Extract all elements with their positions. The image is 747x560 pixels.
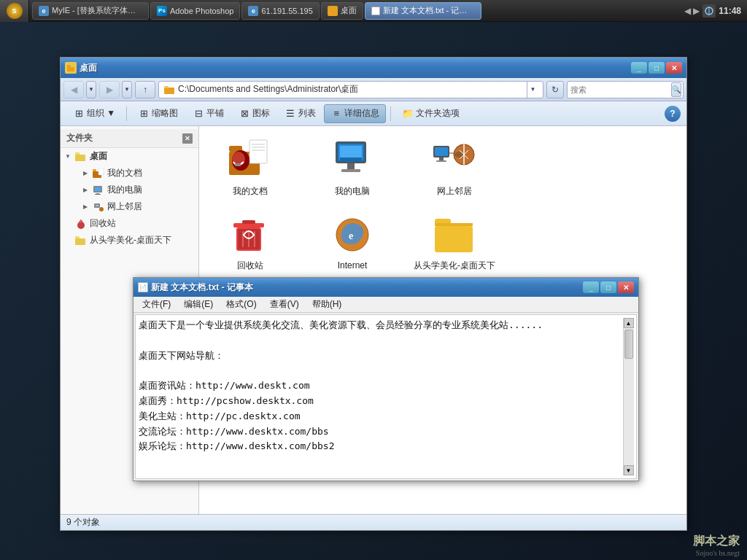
svg-point-17 [99, 207, 104, 211]
system-clock: 11:48 [719, 6, 741, 16]
file-item-mycomputer[interactable]: 我的电脑 [309, 133, 396, 201]
notepad-menu-edit[interactable]: 编辑(E) [178, 297, 219, 312]
explorer-minimize-button[interactable]: _ [631, 62, 647, 74]
notepad-title-icon: 📄 [138, 282, 148, 292]
explorer-help-button[interactable]: ? [665, 106, 681, 122]
sidebar-item-mydocs[interactable]: ▶ 我的文档 [61, 165, 198, 182]
notepad-minimize-button[interactable]: _ [583, 281, 599, 293]
notepad-maximize-button[interactable]: □ [600, 281, 616, 293]
toolbar-detail-button[interactable]: ≡ 详细信息 [324, 104, 386, 123]
recycle-icon-wrap [227, 211, 274, 257]
svg-rect-32 [347, 163, 355, 169]
svg-text:e: e [349, 230, 353, 241]
sidebar-close-button[interactable]: ✕ [182, 133, 193, 144]
scroll-thumb[interactable] [624, 330, 633, 359]
network-icon-wrap [431, 136, 478, 183]
toolbar-organize-button[interactable]: ⊞ 组织 ▼ [66, 104, 122, 123]
refresh-button[interactable]: ↻ [546, 81, 564, 98]
explorer-window-controls: _ □ ✕ [631, 62, 682, 74]
svg-rect-35 [340, 146, 362, 159]
forward-dropdown-button[interactable]: ▼ [122, 81, 132, 98]
desktx-label: 从头学美化-桌面天下 [414, 260, 495, 272]
notepad-tab-icon [371, 7, 380, 15]
desktx-folder-icon [432, 213, 477, 255]
address-dropdown-button[interactable]: ▼ [527, 81, 538, 98]
sidebar-network-icon [93, 202, 104, 212]
scroll-down-button[interactable]: ▼ [624, 465, 634, 475]
explorer-close-button[interactable]: ✕ [666, 62, 682, 74]
network-label: 网上邻居 [437, 186, 472, 198]
network-status-icon [703, 4, 716, 18]
notepad-menu-file[interactable]: 文件(F) [136, 297, 177, 312]
svg-rect-6 [75, 155, 85, 161]
file-item-network[interactable]: 网上邻居 [411, 133, 498, 201]
sidebar-item-desktx[interactable]: 从头学美化-桌面天下 [61, 232, 198, 249]
explorer-navbar: ◀ ▼ ▶ ▼ ↑ C:\Documents and Settings\Admi… [61, 78, 686, 101]
back-dropdown-button[interactable]: ▼ [86, 81, 96, 98]
taskbar-right: ◀ ▶ 11:48 [678, 0, 747, 22]
desktop-tab-icon [328, 6, 338, 16]
organize-icon: ⊞ [73, 108, 85, 120]
toolbar-thumbnail-button[interactable]: ⊞ 缩略图 [131, 104, 185, 123]
explorer-status-bar: 9 个对象 [61, 514, 686, 530]
search-bar: 🔍 [567, 81, 684, 98]
explorer-maximize-button[interactable]: □ [649, 62, 665, 74]
notepad-menu-view[interactable]: 查看(V) [264, 297, 305, 312]
notepad-title-text: 新建 文本文档.txt - 记事本 [151, 281, 580, 294]
file-grid-row-2: 回收站 e [206, 208, 679, 275]
notepad-content-area: 桌面天下是一个专业提供系统美化交流、美化资源下载、会员经验分享的专业系统美化站.… [135, 314, 637, 479]
toolbar-list-button[interactable]: ☰ 列表 [278, 104, 322, 123]
sidebar-item-recycle[interactable]: 回收站 [61, 215, 198, 232]
toolbar-separator-1 [126, 106, 127, 121]
brand-subtext: Sojoo's bs.negt [693, 549, 740, 557]
notepad-scrollbar[interactable]: ▲ ▼ [623, 318, 633, 475]
notepad-menu-format[interactable]: 格式(O) [220, 297, 262, 312]
desktx-icon-wrap [431, 211, 478, 257]
taskbar-tab-desktop[interactable]: 桌面 [321, 2, 363, 20]
svg-rect-40 [436, 160, 446, 162]
address-bar[interactable]: C:\Documents and Settings\Administrator\… [158, 81, 543, 98]
file-item-recycle[interactable]: 回收站 [206, 208, 294, 275]
sidebar-arrow-3: ▶ [81, 203, 90, 211]
explorer-title-text: 桌面 [80, 62, 628, 74]
scroll-track [624, 328, 634, 465]
back-button[interactable]: ◀ [63, 81, 84, 98]
file-item-mydocs[interactable]: 我的文档 [206, 133, 294, 201]
taskbar-tab-ip[interactable]: e 61.191.55.195 [241, 2, 319, 20]
scroll-up-button[interactable]: ▲ [624, 318, 634, 328]
svg-rect-23 [249, 140, 267, 163]
toolbar-icon-button[interactable]: ⊠ 图标 [232, 104, 276, 123]
file-item-desktx[interactable]: 从头学美化-桌面天下 [411, 208, 498, 275]
taskbar-tab-myie[interactable]: e MyIE - [替换系统字体为微软雅... [32, 2, 149, 20]
notepad-window-controls: _ □ ✕ [583, 281, 634, 293]
taskbar-tab-photoshop[interactable]: Ps Adobe Photoshop [150, 2, 240, 20]
sidebar-item-network[interactable]: ▶ 网上邻居 [61, 198, 198, 215]
toolbar-tile-button[interactable]: ⊟ 平铺 [186, 104, 231, 123]
ip-tab-icon: e [248, 6, 258, 16]
thumbnail-icon: ⊞ [138, 108, 150, 120]
brand-watermark: 脚本之家 Sojoo's bs.negt [601, 531, 747, 560]
mycomputer-icon [330, 139, 375, 181]
taskbar-tab-notepad[interactable]: 新建 文本文档.txt - 记事本 [365, 2, 481, 20]
svg-rect-19 [75, 238, 85, 245]
start-button[interactable]: S [0, 0, 29, 22]
notepad-menu-help[interactable]: 帮助(H) [306, 297, 348, 312]
search-button[interactable]: 🔍 [671, 82, 681, 97]
search-input[interactable] [570, 85, 671, 94]
taskbar-arrows[interactable]: ◀ ▶ [684, 6, 700, 16]
up-button[interactable]: ↑ [135, 81, 155, 98]
sidebar-item-mycomputer[interactable]: ▶ 我的电脑 [61, 182, 198, 198]
brand-name: 脚本之家 [693, 534, 740, 549]
mydocs-label: 我的文档 [233, 186, 268, 198]
notepad-close-button[interactable]: ✕ [618, 281, 634, 293]
svg-point-18 [77, 222, 85, 229]
notepad-textarea[interactable]: 桌面天下是一个专业提供系统美化交流、美化资源下载、会员经验分享的专业系统美化站.… [139, 318, 623, 475]
svg-rect-12 [95, 187, 101, 191]
start-logo: S [7, 3, 23, 19]
file-item-internet[interactable]: e Internet [309, 208, 396, 275]
sidebar-item-desktop[interactable]: ▼ 桌面 [61, 148, 198, 165]
detail-icon: ≡ [330, 108, 342, 120]
toolbar-folder-options-button[interactable]: 📁 文件夹选项 [395, 104, 466, 123]
svg-rect-36 [340, 158, 362, 160]
forward-button[interactable]: ▶ [99, 81, 120, 98]
